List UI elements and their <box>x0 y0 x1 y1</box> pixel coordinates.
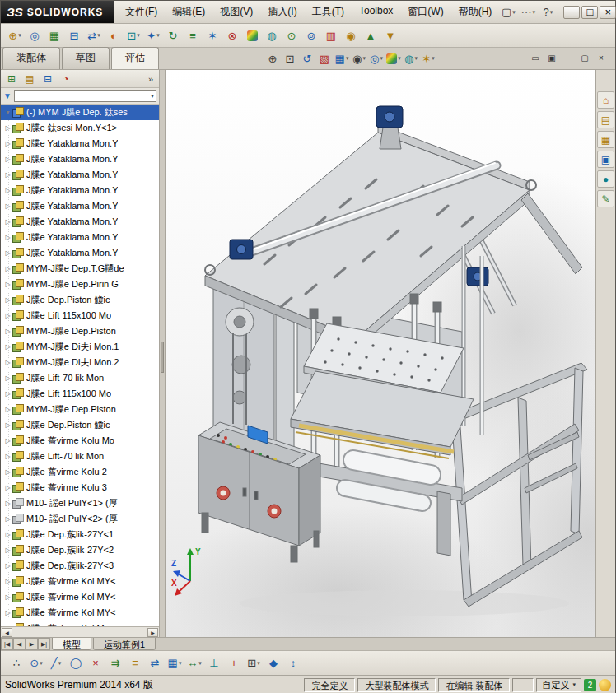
tree-item[interactable]: J牒e Lift 115x100 Mo <box>1 308 159 323</box>
zoom-area-icon[interactable]: ⊡ <box>282 50 298 67</box>
expand-icon[interactable] <box>3 609 12 616</box>
status-badge[interactable]: 2 <box>584 679 596 691</box>
expand-icon[interactable] <box>3 234 12 241</box>
tree-item[interactable]: J牒e 蔷virme Kol MY< <box>1 574 159 589</box>
configurationmanager-tab-icon[interactable]: ⊟ <box>40 72 56 86</box>
expand-icon[interactable] <box>3 265 12 272</box>
appearances-icon[interactable]: ● <box>597 170 614 188</box>
measure-icon[interactable]: ⊙ <box>282 26 301 44</box>
expand-icon[interactable] <box>3 296 12 304</box>
tree-item[interactable]: J牒e Dep.蔟lik-27Y<1 <box>1 527 159 542</box>
doc-minimize-icon[interactable]: − <box>561 52 576 65</box>
maximize-button[interactable]: □ <box>581 6 598 19</box>
tree-item[interactable]: J牒e Dep.蔟lik-27Y<2 <box>1 542 159 558</box>
customize-dropdown[interactable]: 自定义 ▾ <box>536 678 581 692</box>
expand-icon[interactable] <box>3 421 12 429</box>
tree-item[interactable]: J牒e Yataklama Mon.Y <box>1 214 159 230</box>
scroll-right-icon[interactable]: ▶ <box>147 628 158 637</box>
propertymanager-tab-icon[interactable]: ▤ <box>21 72 38 86</box>
repair-sketch-icon[interactable]: + <box>225 654 243 672</box>
tree-item[interactable]: J牒e 蔷virme Kolu Mo <box>1 433 159 449</box>
insert-component-icon[interactable]: ⊕▾ <box>6 26 24 44</box>
smart-fasteners-icon[interactable]: ⊟ <box>65 26 83 44</box>
command-tab[interactable]: 装配体 <box>2 47 60 69</box>
expand-icon[interactable] <box>3 453 12 460</box>
menu-item[interactable]: Toolbox <box>352 2 400 22</box>
featuremanager-tab-icon[interactable]: ⊞ <box>3 72 20 86</box>
mass-properties-icon[interactable]: ⊚ <box>302 26 320 44</box>
smart-dimension-icon[interactable]: ∴ <box>7 654 26 672</box>
doc-restore-icon[interactable]: ▢ <box>577 52 592 65</box>
expand-icon[interactable] <box>3 406 12 413</box>
tree-item[interactable]: MYM-J牒e Di夫i Mon.1 <box>1 339 159 355</box>
expand-icon[interactable] <box>3 593 12 601</box>
tab-scroll-next[interactable]: ▶ <box>26 638 38 650</box>
splitter-handle[interactable] <box>161 342 164 373</box>
expand-icon[interactable] <box>3 202 12 210</box>
close-button[interactable]: × <box>600 6 616 19</box>
tree-item[interactable]: J牒e Dep.Piston 觼ic <box>1 292 159 308</box>
tree-item[interactable]: MYM-J牒e Dep.Piston <box>1 402 159 417</box>
expand-icon[interactable] <box>3 109 12 116</box>
command-tab[interactable]: 评估 <box>111 47 159 69</box>
expand-icon[interactable] <box>3 562 12 570</box>
offset-entities-icon[interactable]: ≡ <box>126 654 144 672</box>
expand-icon[interactable] <box>3 171 12 179</box>
menu-item[interactable]: 工具(T) <box>305 2 352 22</box>
view-orientation-icon[interactable]: ▦▾ <box>334 50 350 67</box>
tree-item[interactable]: J牒e 蔷virme Kolu 3 <box>1 480 159 495</box>
expand-icon[interactable] <box>3 281 12 288</box>
move-component-icon[interactable]: ⇄▾ <box>85 26 103 44</box>
tree-item[interactable]: M10- 謡el PulY<1> (厚 <box>1 495 159 511</box>
menu-item[interactable]: 视图(V) <box>212 2 260 22</box>
doc-window-icon[interactable]: ▭ <box>528 52 543 65</box>
model-tab[interactable]: 模型 <box>52 638 91 650</box>
tab-scroll-last[interactable]: ▶| <box>38 638 50 650</box>
sketch-pattern-icon[interactable]: ▦▾ <box>166 654 184 672</box>
tree-item[interactable]: MYM-J牒e Dep.Piston <box>1 323 159 339</box>
tree-item[interactable]: J牒e Yataklama Mon.Y <box>1 230 159 245</box>
command-tab[interactable]: 草图 <box>62 47 110 69</box>
appearance-icon[interactable] <box>243 26 261 44</box>
scene-icon[interactable]: ◍ <box>263 26 281 44</box>
exploded-view-icon[interactable]: ✶ <box>203 26 222 44</box>
motion-study-icon[interactable]: ↻ <box>164 26 182 44</box>
panel-splitter[interactable] <box>160 70 166 637</box>
tree-horizontal-scrollbar[interactable]: ◀ ▶ <box>1 626 159 637</box>
tree-item[interactable]: J牒e Yataklama Mon.Y <box>1 167 159 183</box>
convert-entities-icon[interactable]: ⇉ <box>106 654 124 672</box>
expand-icon[interactable] <box>3 218 12 226</box>
file-explorer-icon[interactable]: ▦ <box>597 131 614 148</box>
tab-scroll-prev[interactable]: ◀ <box>13 638 26 650</box>
tree-item[interactable]: J牒e Yataklama Mon.Y <box>1 151 159 167</box>
new-document-icon[interactable]: ▢▾ <box>499 3 517 21</box>
tree-item[interactable]: MYM-J牒e Di夫i Mon.2 <box>1 355 159 370</box>
tree-item[interactable]: J牒e 蔷virme Kol MY< <box>1 605 159 621</box>
trim-entities-icon[interactable]: × <box>86 654 105 672</box>
expand-icon[interactable] <box>3 500 12 507</box>
tree-item[interactable]: J牒e Yataklama Mon.Y <box>1 136 159 151</box>
tree-item[interactable]: J牒e Dep.Piston 觼ic <box>1 417 159 433</box>
model-tab[interactable]: 运动算例1 <box>93 638 156 650</box>
options-icon[interactable]: ⋯▾ <box>519 3 537 21</box>
tree-item[interactable]: J牒e Dep.蔟lik-27Y<3 <box>1 558 159 574</box>
expand-icon[interactable] <box>3 343 12 351</box>
expand-icon[interactable] <box>3 140 12 147</box>
tree-item[interactable]: J牒e Yataklama Mon.Y <box>1 198 159 214</box>
view-settings-icon[interactable]: ✶▾ <box>420 50 436 67</box>
bill-of-materials-icon[interactable]: ≡ <box>184 26 202 44</box>
hide-show-items-icon[interactable]: ◎▾ <box>368 50 385 67</box>
tree-item[interactable]: M10- 謡el PulY<2> (厚 <box>1 511 159 527</box>
tree-item[interactable]: J牒e 蔷virme Kolu 2 <box>1 464 159 480</box>
custom-properties-icon[interactable]: ✎ <box>597 190 614 207</box>
expand-icon[interactable] <box>3 468 12 476</box>
menu-item[interactable]: 编辑(E) <box>165 2 212 22</box>
component-pattern-icon[interactable]: ▦ <box>45 26 63 44</box>
line-tool-icon[interactable]: ╱▾ <box>47 654 65 672</box>
menu-item[interactable]: 窗口(W) <box>400 2 450 22</box>
instant3d-icon[interactable]: ↕ <box>284 654 302 672</box>
expand-icon[interactable] <box>3 484 12 491</box>
resources-home-icon[interactable]: ⌂ <box>597 91 614 109</box>
section-properties-icon[interactable]: ▥ <box>322 26 340 44</box>
display-relations-icon[interactable]: ⊥ <box>205 654 223 672</box>
